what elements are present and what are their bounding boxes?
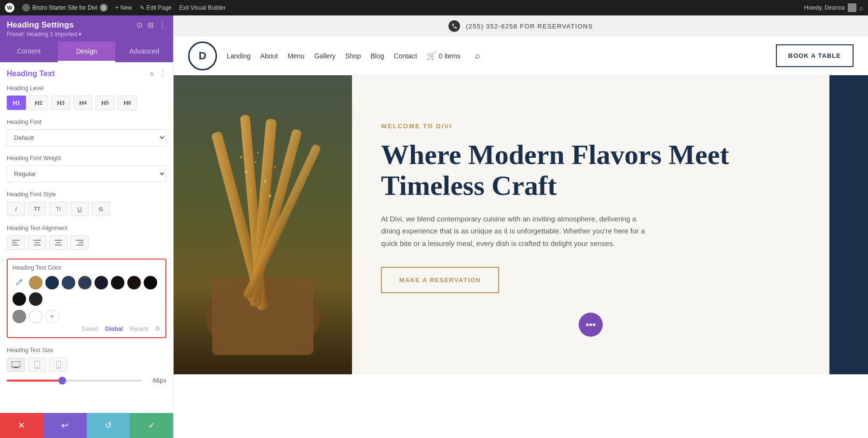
- italic-button[interactable]: I: [7, 202, 25, 216]
- heading-level-buttons: H1 H2 H3 H4 H5 H6: [7, 96, 166, 110]
- site-icon: [22, 4, 30, 12]
- nav-link-landing[interactable]: Landing: [227, 52, 251, 60]
- undo-button[interactable]: ↩: [43, 413, 87, 438]
- color-swatch-black4[interactable]: [13, 292, 26, 306]
- add-color-button[interactable]: +: [45, 310, 59, 323]
- welcome-text: WELCOME TO DIVI: [381, 123, 800, 130]
- cart-button[interactable]: 🛒 0 items: [427, 51, 461, 60]
- nav-link-gallery[interactable]: Gallery: [314, 52, 335, 60]
- site-name[interactable]: D Bistro Starter Site for Divi 0: [22, 4, 108, 12]
- heading-text-size-label: Heading Text Size: [7, 347, 166, 354]
- hero-right-overlay: [829, 75, 868, 374]
- exit-builder-button[interactable]: Exit Visual Builder: [179, 4, 226, 11]
- section-header: Heading Text ∧ ⋮: [7, 69, 166, 78]
- color-swatch-black1[interactable]: [111, 276, 124, 289]
- cart-items-count: 0 items: [439, 52, 461, 60]
- text-size-slider-thumb[interactable]: [58, 377, 66, 384]
- underline-button[interactable]: U: [70, 202, 89, 216]
- svg-point-28: [244, 170, 247, 173]
- comments-bubble[interactable]: 0: [100, 4, 108, 12]
- svg-rect-1: [12, 242, 17, 243]
- svg-point-16: [37, 367, 38, 368]
- align-center-button[interactable]: [49, 235, 68, 250]
- site-nav: D Landing About Menu Gallery Shop Blog C…: [174, 37, 868, 75]
- panel-content: Heading Text ∧ ⋮ Heading Level H1 H2 H3 …: [0, 62, 173, 413]
- color-swatch-navy1[interactable]: [45, 276, 59, 289]
- saved-colors-tab[interactable]: Saved: [82, 326, 98, 332]
- color-swatch-white[interactable]: [29, 310, 42, 323]
- panel-icon-more[interactable]: ⋮: [159, 21, 166, 30]
- heading-h3-button[interactable]: H3: [51, 96, 70, 110]
- make-reservation-button[interactable]: MAKE A RESERVATION: [381, 267, 499, 293]
- edit-page-button[interactable]: ✎ Edit Page: [140, 4, 172, 11]
- color-settings-icon[interactable]: ⚙: [155, 325, 161, 332]
- wp-logo-icon[interactable]: W: [5, 3, 14, 13]
- color-swatch-darknavy[interactable]: [95, 276, 108, 289]
- tab-design[interactable]: Design: [58, 41, 116, 62]
- svg-point-32: [250, 190, 252, 192]
- hero-heading: Where Modern Flavors Meet Timeless Craft: [381, 139, 800, 201]
- tab-content[interactable]: Content: [0, 41, 58, 62]
- site-logo[interactable]: D: [188, 41, 217, 70]
- heading-font-select[interactable]: Default: [7, 129, 166, 146]
- svg-rect-3: [33, 240, 41, 241]
- heading-font-weight-select[interactable]: Regular: [7, 165, 166, 182]
- heading-h1-button[interactable]: H1: [7, 96, 26, 110]
- heading-level-label: Heading Level: [7, 85, 166, 92]
- heading-h6-button[interactable]: H6: [118, 96, 137, 110]
- capitalize-button[interactable]: Tt: [49, 202, 68, 216]
- nav-link-about[interactable]: About: [260, 52, 278, 60]
- tab-advanced[interactable]: Advanced: [115, 41, 173, 62]
- color-swatch-black2[interactable]: [127, 276, 141, 289]
- redo-button[interactable]: ↺: [87, 413, 130, 438]
- align-left-button[interactable]: [7, 235, 25, 250]
- nav-link-contact[interactable]: Contact: [394, 52, 417, 60]
- eyedropper-button[interactable]: [13, 276, 26, 289]
- color-swatch-black3[interactable]: [144, 276, 157, 289]
- nav-link-menu[interactable]: Menu: [287, 52, 304, 60]
- more-options-button[interactable]: •••: [579, 313, 603, 337]
- hero-description: At Divi, we blend contemporary cuisine w…: [381, 213, 651, 250]
- admin-bar: W D Bistro Starter Site for Divi 0 + New…: [0, 0, 868, 15]
- search-icon[interactable]: ⌕: [475, 51, 480, 61]
- global-colors-tab[interactable]: Global: [105, 326, 123, 332]
- nav-link-blog[interactable]: Blog: [371, 52, 384, 60]
- site-preview: (255) 352-6258 FOR RESERVATIONS D Landin…: [174, 15, 868, 438]
- user-menu[interactable]: Howdy, Deanna ⌕: [804, 3, 864, 12]
- panel-preset[interactable]: Preset: Heading 1 imported ▾: [7, 31, 166, 38]
- hero-image: [174, 75, 352, 374]
- save-button[interactable]: ✓: [130, 413, 173, 438]
- color-swatches-row: [13, 276, 161, 306]
- svg-rect-4: [35, 242, 40, 243]
- new-button[interactable]: + New: [115, 4, 132, 11]
- heading-h5-button[interactable]: H5: [95, 96, 115, 110]
- nav-link-shop[interactable]: Shop: [345, 52, 361, 60]
- heading-font-label: Heading Font: [7, 119, 166, 125]
- heading-level-field: Heading Level H1 H2 H3 H4 H5 H6: [7, 85, 166, 110]
- color-swatch-gold[interactable]: [29, 276, 42, 289]
- heading-h4-button[interactable]: H4: [73, 96, 93, 110]
- align-center-left-button[interactable]: [28, 235, 46, 250]
- main-layout: Heading Settings ⊙ ⊟ ⋮ Preset: Heading 1…: [0, 15, 868, 438]
- panel-icon-preview[interactable]: ⊙: [136, 21, 143, 29]
- section-options-icon[interactable]: ⋮: [159, 69, 166, 78]
- search-icon[interactable]: ⌕: [859, 4, 863, 12]
- align-right-button[interactable]: [70, 235, 89, 250]
- color-swatch-gray[interactable]: [13, 310, 26, 323]
- color-swatch-navy3[interactable]: [78, 276, 92, 289]
- uppercase-button[interactable]: TT: [28, 202, 46, 216]
- mobile-button[interactable]: [49, 357, 68, 372]
- section-collapse-icon[interactable]: ∧: [149, 69, 155, 78]
- book-table-button[interactable]: BOOK A TABLE: [776, 44, 854, 67]
- tablet-button[interactable]: [28, 357, 46, 372]
- color-swatch-navy2[interactable]: [62, 276, 75, 289]
- heading-text-color-label: Heading Text Color: [13, 264, 161, 271]
- cancel-button[interactable]: ✕: [0, 413, 43, 438]
- heading-h2-button[interactable]: H2: [29, 96, 48, 110]
- svg-point-29: [255, 161, 257, 163]
- panel-icon-layout[interactable]: ⊟: [148, 21, 154, 29]
- recent-colors-tab[interactable]: Recent: [130, 326, 148, 332]
- color-swatch-darkgray[interactable]: [29, 292, 42, 306]
- strikethrough-button[interactable]: S: [92, 202, 110, 216]
- desktop-button[interactable]: [7, 357, 25, 372]
